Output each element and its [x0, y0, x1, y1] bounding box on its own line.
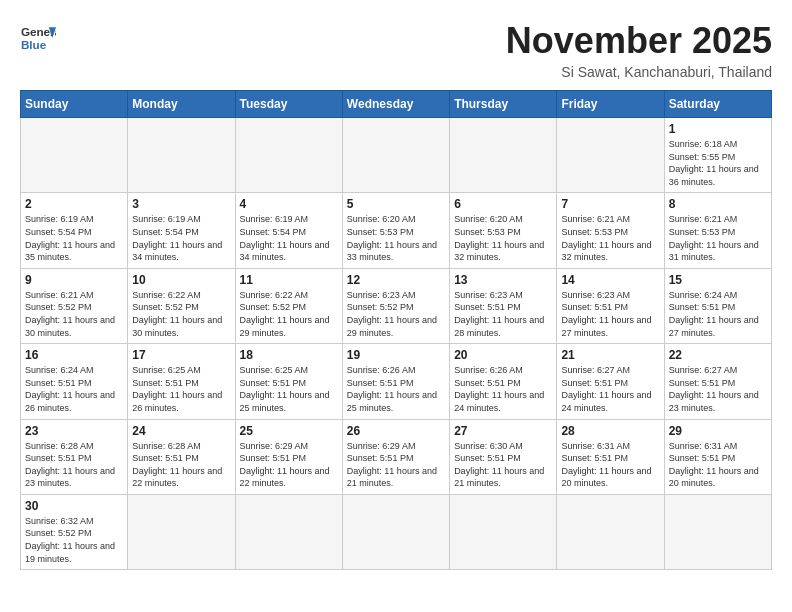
calendar-cell: 10Sunrise: 6:22 AMSunset: 5:52 PMDayligh… — [128, 268, 235, 343]
calendar-cell — [21, 118, 128, 193]
day-number: 14 — [561, 273, 659, 287]
logo: General Blue — [20, 20, 56, 56]
calendar-cell: 22Sunrise: 6:27 AMSunset: 5:51 PMDayligh… — [664, 344, 771, 419]
calendar-cell: 18Sunrise: 6:25 AMSunset: 5:51 PMDayligh… — [235, 344, 342, 419]
day-number: 19 — [347, 348, 445, 362]
day-number: 2 — [25, 197, 123, 211]
day-number: 1 — [669, 122, 767, 136]
day-number: 3 — [132, 197, 230, 211]
day-info: Sunrise: 6:31 AMSunset: 5:51 PMDaylight:… — [669, 440, 767, 490]
day-number: 17 — [132, 348, 230, 362]
day-number: 29 — [669, 424, 767, 438]
day-info: Sunrise: 6:23 AMSunset: 5:51 PMDaylight:… — [561, 289, 659, 339]
calendar-cell — [557, 118, 664, 193]
day-number: 16 — [25, 348, 123, 362]
calendar-cell: 14Sunrise: 6:23 AMSunset: 5:51 PMDayligh… — [557, 268, 664, 343]
calendar-cell: 26Sunrise: 6:29 AMSunset: 5:51 PMDayligh… — [342, 419, 449, 494]
day-number: 26 — [347, 424, 445, 438]
location-title: Si Sawat, Kanchanaburi, Thailand — [506, 64, 772, 80]
calendar-cell: 29Sunrise: 6:31 AMSunset: 5:51 PMDayligh… — [664, 419, 771, 494]
day-number: 18 — [240, 348, 338, 362]
day-number: 20 — [454, 348, 552, 362]
calendar-cell — [235, 494, 342, 569]
day-info: Sunrise: 6:21 AMSunset: 5:53 PMDaylight:… — [561, 213, 659, 263]
day-info: Sunrise: 6:26 AMSunset: 5:51 PMDaylight:… — [347, 364, 445, 414]
calendar-cell: 13Sunrise: 6:23 AMSunset: 5:51 PMDayligh… — [450, 268, 557, 343]
day-number: 11 — [240, 273, 338, 287]
day-info: Sunrise: 6:25 AMSunset: 5:51 PMDaylight:… — [132, 364, 230, 414]
day-info: Sunrise: 6:21 AMSunset: 5:53 PMDaylight:… — [669, 213, 767, 263]
calendar-cell — [450, 494, 557, 569]
weekday-header-friday: Friday — [557, 91, 664, 118]
calendar-cell — [128, 118, 235, 193]
day-info: Sunrise: 6:29 AMSunset: 5:51 PMDaylight:… — [347, 440, 445, 490]
day-info: Sunrise: 6:22 AMSunset: 5:52 PMDaylight:… — [132, 289, 230, 339]
day-number: 4 — [240, 197, 338, 211]
day-number: 5 — [347, 197, 445, 211]
calendar-cell: 6Sunrise: 6:20 AMSunset: 5:53 PMDaylight… — [450, 193, 557, 268]
calendar-cell: 3Sunrise: 6:19 AMSunset: 5:54 PMDaylight… — [128, 193, 235, 268]
day-info: Sunrise: 6:28 AMSunset: 5:51 PMDaylight:… — [25, 440, 123, 490]
day-info: Sunrise: 6:20 AMSunset: 5:53 PMDaylight:… — [454, 213, 552, 263]
calendar-cell: 24Sunrise: 6:28 AMSunset: 5:51 PMDayligh… — [128, 419, 235, 494]
day-info: Sunrise: 6:29 AMSunset: 5:51 PMDaylight:… — [240, 440, 338, 490]
calendar-cell — [128, 494, 235, 569]
svg-text:Blue: Blue — [21, 38, 47, 51]
weekday-header-saturday: Saturday — [664, 91, 771, 118]
calendar-cell: 19Sunrise: 6:26 AMSunset: 5:51 PMDayligh… — [342, 344, 449, 419]
day-number: 13 — [454, 273, 552, 287]
calendar-cell: 21Sunrise: 6:27 AMSunset: 5:51 PMDayligh… — [557, 344, 664, 419]
day-number: 12 — [347, 273, 445, 287]
day-info: Sunrise: 6:18 AMSunset: 5:55 PMDaylight:… — [669, 138, 767, 188]
month-title: November 2025 — [506, 20, 772, 62]
day-info: Sunrise: 6:24 AMSunset: 5:51 PMDaylight:… — [25, 364, 123, 414]
day-number: 9 — [25, 273, 123, 287]
day-info: Sunrise: 6:31 AMSunset: 5:51 PMDaylight:… — [561, 440, 659, 490]
day-number: 24 — [132, 424, 230, 438]
calendar-cell — [664, 494, 771, 569]
calendar-cell: 5Sunrise: 6:20 AMSunset: 5:53 PMDaylight… — [342, 193, 449, 268]
weekday-header-sunday: Sunday — [21, 91, 128, 118]
day-info: Sunrise: 6:22 AMSunset: 5:52 PMDaylight:… — [240, 289, 338, 339]
day-info: Sunrise: 6:24 AMSunset: 5:51 PMDaylight:… — [669, 289, 767, 339]
calendar-cell: 15Sunrise: 6:24 AMSunset: 5:51 PMDayligh… — [664, 268, 771, 343]
calendar-cell: 8Sunrise: 6:21 AMSunset: 5:53 PMDaylight… — [664, 193, 771, 268]
day-number: 6 — [454, 197, 552, 211]
calendar-cell: 9Sunrise: 6:21 AMSunset: 5:52 PMDaylight… — [21, 268, 128, 343]
day-number: 23 — [25, 424, 123, 438]
calendar-cell: 20Sunrise: 6:26 AMSunset: 5:51 PMDayligh… — [450, 344, 557, 419]
calendar-table: SundayMondayTuesdayWednesdayThursdayFrid… — [20, 90, 772, 570]
weekday-header-monday: Monday — [128, 91, 235, 118]
day-info: Sunrise: 6:30 AMSunset: 5:51 PMDaylight:… — [454, 440, 552, 490]
calendar-cell — [342, 118, 449, 193]
calendar-cell: 30Sunrise: 6:32 AMSunset: 5:52 PMDayligh… — [21, 494, 128, 569]
day-info: Sunrise: 6:28 AMSunset: 5:51 PMDaylight:… — [132, 440, 230, 490]
day-info: Sunrise: 6:20 AMSunset: 5:53 PMDaylight:… — [347, 213, 445, 263]
day-number: 8 — [669, 197, 767, 211]
calendar-cell — [342, 494, 449, 569]
calendar-cell: 12Sunrise: 6:23 AMSunset: 5:52 PMDayligh… — [342, 268, 449, 343]
day-info: Sunrise: 6:19 AMSunset: 5:54 PMDaylight:… — [25, 213, 123, 263]
calendar-cell: 7Sunrise: 6:21 AMSunset: 5:53 PMDaylight… — [557, 193, 664, 268]
logo-icon: General Blue — [20, 20, 56, 56]
day-info: Sunrise: 6:23 AMSunset: 5:52 PMDaylight:… — [347, 289, 445, 339]
day-number: 7 — [561, 197, 659, 211]
calendar-cell: 23Sunrise: 6:28 AMSunset: 5:51 PMDayligh… — [21, 419, 128, 494]
day-info: Sunrise: 6:23 AMSunset: 5:51 PMDaylight:… — [454, 289, 552, 339]
day-info: Sunrise: 6:19 AMSunset: 5:54 PMDaylight:… — [132, 213, 230, 263]
day-info: Sunrise: 6:27 AMSunset: 5:51 PMDaylight:… — [561, 364, 659, 414]
calendar-cell: 28Sunrise: 6:31 AMSunset: 5:51 PMDayligh… — [557, 419, 664, 494]
calendar-cell: 4Sunrise: 6:19 AMSunset: 5:54 PMDaylight… — [235, 193, 342, 268]
day-info: Sunrise: 6:25 AMSunset: 5:51 PMDaylight:… — [240, 364, 338, 414]
day-info: Sunrise: 6:21 AMSunset: 5:52 PMDaylight:… — [25, 289, 123, 339]
day-number: 30 — [25, 499, 123, 513]
day-number: 21 — [561, 348, 659, 362]
day-info: Sunrise: 6:19 AMSunset: 5:54 PMDaylight:… — [240, 213, 338, 263]
calendar-cell: 17Sunrise: 6:25 AMSunset: 5:51 PMDayligh… — [128, 344, 235, 419]
day-info: Sunrise: 6:32 AMSunset: 5:52 PMDaylight:… — [25, 515, 123, 565]
day-number: 27 — [454, 424, 552, 438]
day-number: 28 — [561, 424, 659, 438]
calendar-cell: 2Sunrise: 6:19 AMSunset: 5:54 PMDaylight… — [21, 193, 128, 268]
day-number: 22 — [669, 348, 767, 362]
weekday-header-tuesday: Tuesday — [235, 91, 342, 118]
